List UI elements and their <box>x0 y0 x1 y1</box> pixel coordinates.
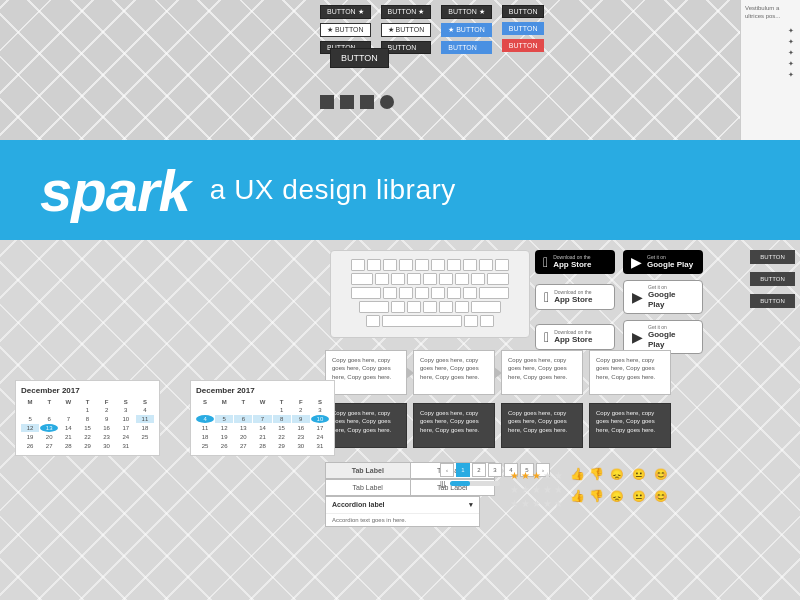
right-text-panel: Vestibulum a ultrices pos... ✦ ✦ ✦ ✦ ✦ <box>740 0 800 140</box>
app-store-btn-dark-1[interactable]:  Download on the App Store <box>535 250 615 274</box>
store-row-1:  Download on the App Store ▶ Get it on … <box>535 250 703 274</box>
cal-hdr: F <box>292 399 310 405</box>
kb-key-wide <box>487 273 509 285</box>
apple-icon:  <box>544 329 549 345</box>
play-icon: ▶ <box>632 329 643 345</box>
copy-text-dark-3: Copy goes here, copy goes here, Copy goe… <box>508 410 567 433</box>
cal-day <box>196 406 214 414</box>
cal-day: 20 <box>234 433 252 441</box>
cal-day-selected[interactable]: 13 <box>40 424 58 432</box>
tab-3[interactable]: Tab Label <box>326 480 411 495</box>
cal-day: 16 <box>98 424 116 432</box>
copy-text-dark-2: Copy goes here, copy goes here, Copy goe… <box>420 410 479 433</box>
star-5: ★ <box>554 470 563 481</box>
cal-day: 4 <box>136 406 154 414</box>
button-col-3: BUTTON ★ ★ BUTTON BUTTON <box>441 5 492 54</box>
kb-key <box>439 273 453 285</box>
star-2: ★ <box>521 484 530 495</box>
cal-day: 26 <box>21 442 39 450</box>
cal-day: 9 <box>98 415 116 423</box>
cal-day-selected[interactable]: 4 <box>196 415 214 423</box>
tab-1[interactable]: Tab Label <box>326 463 411 478</box>
app-store-btn-light-1[interactable]:  Download on the App Store <box>535 284 615 310</box>
star-5: ★ <box>554 498 563 509</box>
cal-day: 9 <box>292 415 310 423</box>
mock-button-2-1: BUTTON ★ <box>381 5 432 19</box>
copy-text-dark-4: Copy goes here, copy goes here, Copy goe… <box>596 410 655 433</box>
emoji-row-1: 👍 👎 😞 😐 😊 <box>570 465 670 483</box>
page-btn-2[interactable]: 2 <box>472 463 486 477</box>
star-4: ★ <box>543 484 552 495</box>
kb-row-2 <box>339 273 521 285</box>
store-buttons-area:  Download on the App Store ▶ Get it on … <box>535 250 703 354</box>
cal-day: 27 <box>40 442 58 450</box>
cal-day: 13 <box>234 424 252 432</box>
calendar-2-grid: S M T W T F S 1 2 3 4 5 6 <box>196 399 329 450</box>
page-btn-3[interactable]: 3 <box>488 463 502 477</box>
mock-button-3-3: BUTTON <box>441 41 492 54</box>
cal-day: 28 <box>59 442 77 450</box>
store-label: App Store <box>554 295 592 305</box>
emoji-neutral: 😐 <box>630 465 648 483</box>
mock-button-3-2: ★ BUTTON <box>441 23 492 37</box>
copy-text-3: Copy goes here, copy goes here, Copy goe… <box>508 357 567 380</box>
store-text: Download on the App Store <box>554 330 592 345</box>
right-btn-1[interactable]: BUTTON <box>750 250 795 264</box>
cal-day: 23 <box>292 433 310 441</box>
kb-key <box>431 259 445 271</box>
cal-day: 14 <box>253 424 271 432</box>
kb-key <box>455 273 469 285</box>
calendar-area: December 2017 M T W T F S S 1 2 3 4 5 <box>15 380 335 456</box>
cal-day <box>21 406 39 414</box>
app-store-btn-light-2[interactable]:  Download on the App Store <box>535 324 615 350</box>
copy-box-3: Copy goes here, copy goes here, Copy goe… <box>501 350 583 395</box>
cal-day: 24 <box>311 433 329 441</box>
cal-day: 1 <box>273 406 291 414</box>
cal-day: 11 <box>196 424 214 432</box>
cal-day-selected[interactable]: 10 <box>311 415 329 423</box>
cal-day: 17 <box>117 424 135 432</box>
store-text: Get it on Google Play <box>648 325 694 349</box>
kb-key <box>455 301 469 313</box>
cal-day: 2 <box>292 406 310 414</box>
accordion-item-1: Accordion label ▾ Accordion text goes in… <box>325 496 480 527</box>
cal-day: 25 <box>196 442 214 450</box>
store-label: Google Play <box>648 330 694 349</box>
kb-key <box>479 259 493 271</box>
brand-name: spark <box>40 157 190 224</box>
google-play-btn-dark-1[interactable]: ▶ Get it on Google Play <box>623 250 703 274</box>
page-btn-1[interactable]: 1 <box>456 463 470 477</box>
accordion-header-1[interactable]: Accordion label ▾ <box>326 497 479 513</box>
kb-row-1 <box>339 259 521 271</box>
copy-box-dark-4: Copy goes here, copy goes here, Copy goe… <box>589 403 671 448</box>
kb-key <box>471 273 485 285</box>
cal-day: 6 <box>40 415 58 423</box>
google-play-btn-light-1[interactable]: ▶ Get it on Google Play <box>623 280 703 314</box>
star-4: ★ <box>543 470 552 481</box>
cal-day: 6 <box>234 415 252 423</box>
cal-day: 26 <box>215 442 233 450</box>
apple-icon:  <box>544 289 549 305</box>
square-shape-2 <box>340 95 354 109</box>
cal-day: 22 <box>273 433 291 441</box>
emoji-happy: 😊 <box>652 465 670 483</box>
mock-button-4-3: BUTTON <box>502 39 545 52</box>
cal-hdr: T <box>78 399 96 405</box>
kb-key <box>391 273 405 285</box>
cal-hdr: M <box>21 399 39 405</box>
cal-hdr: S <box>311 399 329 405</box>
cal-hdr: F <box>98 399 116 405</box>
thumbs-down-icon: 👎 <box>589 467 604 481</box>
copy-text-4: Copy goes here, copy goes here, Copy goe… <box>596 357 655 380</box>
cal-hdr: S <box>117 399 135 405</box>
cal-day <box>40 406 58 414</box>
kb-key <box>431 287 445 299</box>
page-prev-btn[interactable]: ‹ <box>440 463 454 477</box>
button-col-4: BUTTON BUTTON BUTTON <box>502 5 545 54</box>
calendar-1: December 2017 M T W T F S S 1 2 3 4 5 <box>15 380 160 456</box>
kb-row-5 <box>339 315 521 327</box>
right-btn-3[interactable]: BUTTON <box>750 294 795 308</box>
emoji-neutral-2: 😐 <box>630 487 648 505</box>
cal-day: 7 <box>59 415 77 423</box>
right-btn-2[interactable]: BUTTON <box>750 272 795 286</box>
